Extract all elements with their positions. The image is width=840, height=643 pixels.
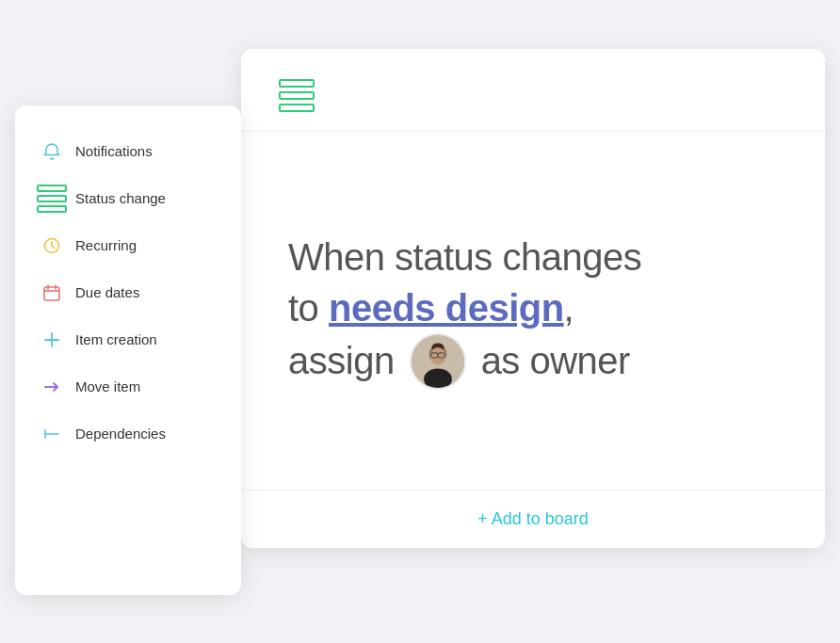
dependencies-label: Dependencies xyxy=(75,426,166,442)
sidebar-item-recurring[interactable]: Recurring xyxy=(15,222,241,269)
line2-suffix: , xyxy=(564,287,574,329)
calendar-icon xyxy=(41,282,62,303)
needs-design-highlight: needs design xyxy=(329,287,564,329)
move-item-label: Move item xyxy=(75,378,140,394)
sidebar-item-due-dates[interactable]: Due dates xyxy=(15,269,241,316)
assign-suffix: as owner xyxy=(481,340,630,382)
line2-prefix: to xyxy=(288,287,329,329)
sidebar-item-dependencies[interactable]: Dependencies xyxy=(15,410,241,458)
clock-icon xyxy=(41,235,62,256)
dependencies-icon xyxy=(41,424,62,444)
sidebar-item-item-creation[interactable]: Item creation xyxy=(15,316,241,363)
main-card: When status changes to needs design, ass… xyxy=(241,49,825,548)
card-line2: to needs design, xyxy=(288,282,778,333)
card-header xyxy=(241,49,825,132)
svg-rect-1 xyxy=(44,287,59,300)
main-container: Notifications Status change Recurring xyxy=(15,49,825,595)
due-dates-label: Due dates xyxy=(75,284,139,300)
card-footer: + Add to board xyxy=(241,490,825,548)
sidebar-item-move-item[interactable]: Move item xyxy=(15,363,241,410)
plus-icon xyxy=(41,330,62,350)
sidebar-item-status-change[interactable]: Status change xyxy=(15,175,241,222)
sidebar: Notifications Status change Recurring xyxy=(15,105,241,595)
add-to-board-button[interactable]: + Add to board xyxy=(477,509,589,529)
stack-icon xyxy=(41,188,62,209)
avatar xyxy=(410,333,466,390)
assign-prefix: assign xyxy=(288,340,395,382)
card-body: When status changes to needs design, ass… xyxy=(241,132,825,490)
arrow-right-icon xyxy=(41,377,62,397)
notifications-label: Notifications xyxy=(75,143,153,159)
card-line1: When status changes xyxy=(288,232,778,282)
card-line3: assign xyxy=(288,333,778,390)
item-creation-label: Item creation xyxy=(75,331,157,347)
bell-icon xyxy=(41,141,62,162)
sidebar-item-notifications[interactable]: Notifications xyxy=(15,128,241,175)
recurring-label: Recurring xyxy=(75,237,137,253)
header-stack-icon xyxy=(279,79,787,112)
status-change-label: Status change xyxy=(75,190,166,206)
